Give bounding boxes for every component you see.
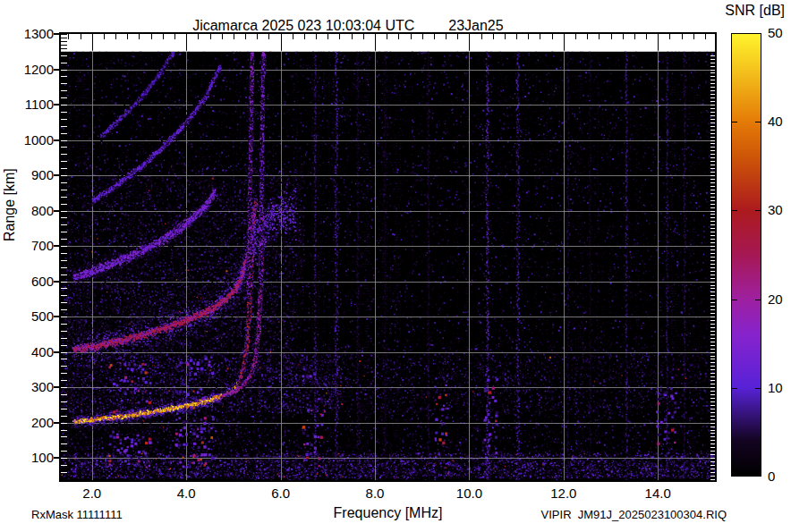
y-tick-mark — [54, 316, 59, 317]
x-tick-label-6.0: 6.0 — [254, 486, 308, 501]
colorbar-tick-label-0: 0 — [768, 469, 791, 484]
colorbar-tick-mark — [755, 388, 761, 389]
x-tick-label-10.0: 10.0 — [442, 486, 496, 501]
colorbar-tick-mark — [755, 210, 761, 211]
y-tick-label-1300: 1300 — [0, 27, 54, 41]
y-tick-mark — [54, 457, 59, 459]
y-tick-mark — [54, 139, 59, 141]
y-tick-mark — [54, 245, 59, 247]
x-tick-label-14.0: 14.0 — [631, 486, 685, 501]
y-tick-label-300: 300 — [0, 380, 54, 394]
y-tick-label-800: 800 — [0, 204, 54, 218]
colorbar-tick-label-30: 30 — [768, 203, 791, 217]
colorbar-tick-label-10: 10 — [768, 381, 791, 395]
colorbar-tick-mark — [731, 122, 737, 122]
title-date: 23Jan25 — [448, 18, 503, 33]
ionogram-plot — [59, 32, 717, 482]
y-tick-mark — [54, 104, 59, 106]
y-tick-label-200: 200 — [0, 416, 54, 430]
y-tick-label-700: 700 — [0, 239, 54, 253]
y-tick-label-1200: 1200 — [0, 63, 54, 77]
y-tick-mark — [54, 69, 59, 71]
colorbar-tick-mark — [731, 300, 737, 300]
ionogram-page: Jicamarca 2025 023 10:03:04 UTC23Jan25 S… — [0, 0, 791, 532]
colorbar-tick-mark — [755, 122, 761, 122]
y-tick-mark — [54, 386, 59, 388]
y-tick-label-500: 500 — [0, 309, 54, 324]
colorbar-tick-label-50: 50 — [768, 26, 791, 40]
title-timestamp: Jicamarca 2025 023 10:03:04 UTC — [192, 18, 414, 33]
y-tick-label-1000: 1000 — [0, 133, 54, 148]
y-tick-mark — [54, 210, 59, 212]
y-tick-mark — [54, 174, 59, 176]
colorbar-tick-label-40: 40 — [768, 114, 791, 129]
y-tick-mark — [54, 351, 59, 353]
x-tick-label-12.0: 12.0 — [537, 486, 591, 501]
colorbar-tick-mark — [731, 210, 737, 211]
colorbar-tick-mark — [731, 388, 737, 389]
rx-mask-text: RxMask 11111111 — [31, 508, 123, 521]
y-tick-label-1100: 1100 — [0, 97, 54, 112]
y-tick-label-900: 900 — [0, 168, 54, 182]
colorbar — [731, 33, 761, 477]
x-tick-label-2.0: 2.0 — [65, 486, 119, 501]
x-tick-label-8.0: 8.0 — [348, 486, 402, 501]
y-tick-label-600: 600 — [0, 274, 54, 289]
y-tick-mark — [54, 33, 59, 35]
colorbar-title: SNR [dB] — [725, 3, 785, 19]
y-tick-label-100: 100 — [0, 451, 54, 465]
file-info-text: VIPIR JM91J_2025023100304.RIQ — [541, 508, 727, 521]
x-tick-label-4.0: 4.0 — [159, 486, 213, 501]
colorbar-tick-mark — [755, 300, 761, 300]
y-tick-label-400: 400 — [0, 345, 54, 359]
y-tick-mark — [54, 422, 59, 424]
y-tick-mark — [54, 281, 59, 283]
colorbar-tick-label-20: 20 — [768, 292, 791, 307]
ionogram-canvas — [61, 34, 715, 480]
